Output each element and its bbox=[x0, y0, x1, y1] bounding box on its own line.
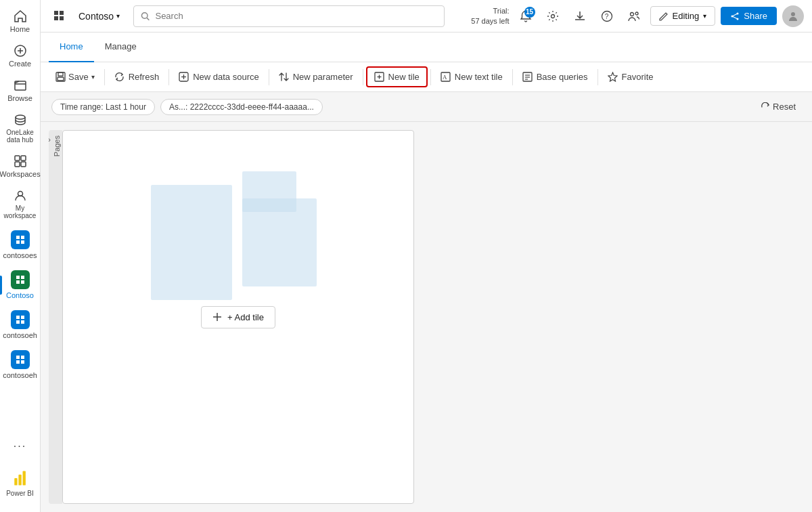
svg-text:A: A bbox=[443, 74, 447, 81]
svg-rect-10 bbox=[16, 236, 20, 239]
user-avatar[interactable] bbox=[782, 5, 804, 27]
sidebar-item-contosoeh1[interactable]: contosoeh bbox=[3, 306, 38, 343]
pages-panel[interactable]: › Pages bbox=[49, 130, 62, 504]
contosoeh1-icon bbox=[11, 310, 30, 329]
sidebar-item-onelake[interactable]: OneLake data hub bbox=[3, 109, 38, 148]
people-icon bbox=[628, 10, 640, 22]
search-input[interactable] bbox=[155, 11, 437, 21]
sidebar-item-contosoeh2[interactable]: contosoeh bbox=[3, 346, 38, 383]
sidebar-item-create[interactable]: Create bbox=[3, 40, 38, 72]
svg-rect-32 bbox=[60, 16, 64, 20]
favorite-button[interactable]: Favorite bbox=[601, 68, 660, 86]
sidebar-item-myworkspace-label: My workspace bbox=[4, 205, 37, 219]
help-icon: ? bbox=[601, 10, 613, 22]
svg-rect-48 bbox=[58, 77, 64, 81]
new-data-source-button[interactable]: New data source bbox=[172, 68, 266, 86]
sidebar-item-create-label: Create bbox=[9, 60, 31, 68]
powerbi-icon bbox=[11, 469, 30, 488]
time-range-filter[interactable]: Time range: Last 1 hour bbox=[51, 99, 155, 115]
new-tile-label: New tile bbox=[388, 72, 420, 82]
new-parameter-label: New parameter bbox=[293, 72, 353, 82]
svg-point-39 bbox=[635, 12, 638, 15]
share-button[interactable]: Share bbox=[721, 7, 777, 25]
svg-rect-15 bbox=[21, 276, 24, 279]
trial-badge: Trial: 57 days left bbox=[471, 6, 509, 26]
asset-filter[interactable]: As...: 2222cccc-33dd-eeee-ff44-aaaaa... bbox=[160, 99, 323, 115]
new-data-source-label: New data source bbox=[193, 72, 259, 82]
svg-line-43 bbox=[732, 14, 738, 16]
toolbar-sep-4 bbox=[363, 69, 363, 85]
myworkspace-icon bbox=[14, 189, 27, 202]
download-button[interactable] bbox=[569, 5, 591, 27]
add-tile-plus-icon bbox=[212, 312, 222, 322]
svg-rect-20 bbox=[16, 320, 20, 324]
sidebar-item-browse[interactable]: Browse bbox=[3, 74, 38, 106]
asset-label: As...: 2222cccc-33dd-eeee-ff44-aaaaa... bbox=[169, 102, 314, 112]
workspace-chevron-icon: ▾ bbox=[116, 12, 120, 20]
share-people-button[interactable] bbox=[623, 5, 645, 27]
contoso-icon bbox=[11, 270, 30, 289]
app-grid-button[interactable] bbox=[49, 5, 70, 27]
toolbar-sep-2 bbox=[168, 69, 169, 85]
tab-home[interactable]: Home bbox=[49, 33, 94, 62]
svg-point-33 bbox=[142, 12, 148, 18]
svg-rect-27 bbox=[18, 475, 21, 486]
create-icon bbox=[14, 44, 27, 58]
reset-button[interactable]: Reset bbox=[755, 99, 801, 114]
base-queries-button[interactable]: Base queries bbox=[516, 68, 595, 86]
contosoes1-icon bbox=[11, 230, 30, 249]
svg-rect-18 bbox=[16, 316, 20, 319]
sidebar-item-home[interactable]: Home bbox=[3, 5, 38, 37]
reset-label: Reset bbox=[773, 102, 796, 112]
save-button[interactable]: Save ▾ bbox=[49, 68, 102, 86]
refresh-button[interactable]: Refresh bbox=[108, 68, 166, 86]
reset-icon bbox=[761, 102, 770, 112]
svg-rect-21 bbox=[21, 320, 24, 324]
new-text-tile-label: New text tile bbox=[455, 72, 503, 82]
gear-icon bbox=[547, 10, 559, 22]
save-label: Save bbox=[68, 72, 89, 82]
add-tile-label: + Add tile bbox=[227, 312, 264, 322]
svg-line-44 bbox=[732, 16, 738, 19]
sidebar-item-contoso[interactable]: Contoso bbox=[3, 266, 38, 303]
share-icon bbox=[730, 12, 740, 21]
dashboard-canvas: + Add tile bbox=[62, 130, 414, 504]
new-parameter-button[interactable]: New parameter bbox=[272, 68, 360, 86]
svg-rect-28 bbox=[22, 471, 25, 486]
svg-rect-47 bbox=[58, 72, 63, 76]
star-icon bbox=[608, 72, 618, 82]
svg-rect-26 bbox=[14, 478, 17, 486]
toolbar: Save ▾ Refresh New data source bbox=[41, 62, 812, 92]
base-queries-icon bbox=[522, 72, 533, 82]
workspace-selector[interactable]: Contoso ▾ bbox=[78, 11, 120, 22]
sidebar-item-contosoeh1-label: contosoeh bbox=[3, 331, 37, 339]
sidebar-item-workspaces[interactable]: Workspaces bbox=[3, 150, 38, 182]
help-button[interactable]: ? bbox=[596, 5, 618, 27]
sidebar-item-contosoes1[interactable]: contosoes bbox=[3, 226, 38, 263]
svg-rect-12 bbox=[16, 240, 20, 244]
sidebar-item-more[interactable]: ··· bbox=[3, 436, 38, 456]
sidebar-item-powerbi[interactable]: Power BI bbox=[3, 465, 38, 501]
tab-manage-label: Manage bbox=[105, 41, 137, 51]
new-tile-button[interactable]: New tile bbox=[366, 66, 428, 87]
trial-label: Trial: bbox=[493, 6, 510, 16]
workspace-name-label: Contoso bbox=[78, 11, 114, 22]
notification-button[interactable]: 15 bbox=[515, 5, 537, 27]
placeholder-tile-left bbox=[151, 185, 232, 300]
contosoeh2-icon bbox=[11, 350, 30, 369]
avatar-icon bbox=[788, 11, 798, 22]
new-text-tile-button[interactable]: A New text tile bbox=[434, 68, 510, 86]
home-icon bbox=[14, 9, 27, 23]
add-tile-button[interactable]: + Add tile bbox=[201, 306, 275, 328]
sidebar-item-browse-label: Browse bbox=[7, 94, 32, 102]
svg-rect-30 bbox=[60, 11, 64, 15]
tab-manage[interactable]: Manage bbox=[94, 33, 148, 62]
svg-rect-5 bbox=[15, 156, 20, 161]
editing-button[interactable]: Editing ▾ bbox=[650, 6, 716, 26]
search-box[interactable] bbox=[133, 5, 445, 27]
sidebar-item-myworkspace[interactable]: My workspace bbox=[3, 185, 38, 223]
svg-rect-24 bbox=[16, 360, 20, 364]
main-content: Contoso ▾ Trial: 57 days left bbox=[41, 0, 812, 512]
svg-rect-31 bbox=[54, 16, 58, 20]
settings-button[interactable] bbox=[542, 5, 564, 27]
